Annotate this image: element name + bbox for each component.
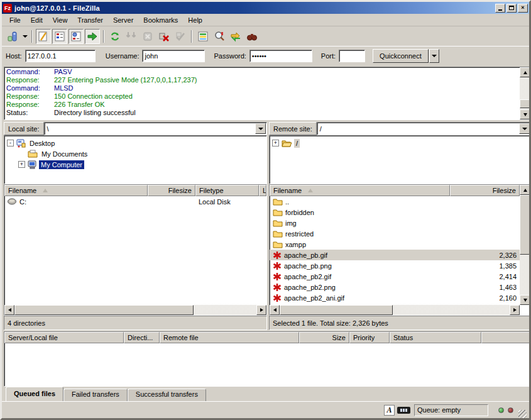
remote-file-row[interactable]: .. <box>270 196 520 207</box>
remote-file-row[interactable]: xampp <box>270 239 520 250</box>
toggle-local-tree-button[interactable] <box>52 29 67 44</box>
transfer-queue[interactable]: Server/Local file Directi... Remote file… <box>4 331 531 387</box>
column-header-filesize[interactable]: Filesize <box>148 185 195 196</box>
tree-item-my-computer[interactable]: + My Computer <box>7 159 266 170</box>
username-input[interactable] <box>142 50 205 62</box>
directory-comparison-button[interactable] <box>212 29 227 44</box>
column-header-status[interactable]: Status <box>390 332 481 343</box>
menu-file[interactable]: File <box>4 15 26 25</box>
scroll-up-icon[interactable] <box>520 185 530 195</box>
close-button[interactable]: × <box>518 4 528 13</box>
log-vertical-scrollbar[interactable] <box>520 67 530 119</box>
port-input[interactable] <box>339 50 365 62</box>
menu-bookmarks[interactable]: Bookmarks <box>138 15 183 25</box>
toggle-queue-button[interactable] <box>85 29 100 44</box>
column-header-server-local-file[interactable]: Server/Local file <box>4 332 124 343</box>
remote-file-row[interactable]: apache_pb.png 1,385 <box>270 260 520 271</box>
scrollbar-thumb[interactable] <box>280 305 393 315</box>
toggle-remote-tree-button[interactable] <box>68 29 84 44</box>
collapse-icon[interactable]: - <box>7 140 14 146</box>
resize-grip[interactable] <box>518 410 527 418</box>
remote-vertical-scrollbar[interactable] <box>520 185 530 305</box>
expand-icon[interactable]: + <box>272 140 279 146</box>
password-input[interactable] <box>249 50 312 62</box>
scroll-up-icon[interactable] <box>520 67 530 77</box>
toggle-message-log-button[interactable] <box>36 29 51 44</box>
refresh-button[interactable] <box>107 29 123 44</box>
remote-file-row[interactable]: apache_pb2.gif 2,414 <box>270 271 520 282</box>
scroll-down-icon[interactable] <box>520 109 530 119</box>
tab-successful-transfers[interactable]: Successful transfers <box>128 389 206 401</box>
column-header-lastmodified[interactable]: L <box>259 185 266 196</box>
reconnect-button[interactable] <box>173 29 188 44</box>
local-horizontal-scrollbar[interactable] <box>4 305 266 315</box>
column-header-priority[interactable]: Priority <box>349 332 390 343</box>
remote-file-row[interactable]: restricted <box>270 228 520 239</box>
tab-queued-files[interactable]: Queued files <box>6 387 63 401</box>
menu-server[interactable]: Server <box>108 15 138 25</box>
scroll-left-icon[interactable] <box>270 305 280 315</box>
menu-transfer[interactable]: Transfer <box>72 15 108 25</box>
column-header-filename[interactable]: Filename <box>4 185 148 196</box>
column-header-remote-file[interactable]: Remote file <box>160 332 299 343</box>
column-header-blank[interactable] <box>481 332 530 343</box>
remote-file-row-selected[interactable]: apache_pb.gif 2,326 <box>270 250 520 260</box>
cancel-operation-button[interactable] <box>140 29 155 44</box>
tab-failed-transfers[interactable]: Failed transfers <box>63 389 128 401</box>
local-site-combobox[interactable]: \ <box>44 122 267 135</box>
site-manager-dropdown[interactable] <box>21 29 29 44</box>
menu-help[interactable]: Help <box>183 15 207 25</box>
menu-edit[interactable]: Edit <box>26 15 48 25</box>
scroll-right-icon[interactable] <box>510 305 520 315</box>
column-header-filename[interactable]: Filename <box>270 185 450 196</box>
find-files-button[interactable] <box>244 29 260 44</box>
remote-file-row[interactable]: apache_pb2.png 1,463 <box>270 282 520 292</box>
scroll-down-icon[interactable] <box>520 295 530 305</box>
minimize-button[interactable] <box>495 4 505 13</box>
remote-file-row[interactable]: img <box>270 218 520 228</box>
indicator-badge-icon[interactable] <box>397 407 410 414</box>
remote-directory-tree[interactable]: + / <box>269 135 531 184</box>
image-file-icon <box>273 294 282 302</box>
send-activity-led-icon <box>508 407 513 413</box>
remote-site-combobox[interactable]: / <box>317 122 531 135</box>
filter-icon <box>197 31 209 42</box>
remote-horizontal-scrollbar[interactable] <box>270 305 520 315</box>
chevron-down-icon[interactable] <box>255 123 266 134</box>
column-header-size[interactable]: Size <box>299 332 349 343</box>
scroll-left-icon[interactable] <box>4 305 14 315</box>
process-queue-button[interactable] <box>124 29 139 44</box>
message-log[interactable]: Command:PASV Response:227 Entering Passi… <box>4 67 531 120</box>
filter-button[interactable] <box>195 29 211 44</box>
toggle-message-log-icon <box>38 31 49 42</box>
scrollbar-thumb[interactable] <box>520 195 530 255</box>
scrollbar-thumb[interactable] <box>520 99 530 108</box>
quickconnect-button[interactable]: Quickconnect <box>373 49 429 63</box>
menu-view[interactable]: View <box>48 15 73 25</box>
local-directory-tree[interactable]: - Desktop My Documents + <box>4 135 267 184</box>
remote-file-row[interactable]: apache_pb2_ani.gif 2,160 <box>270 292 520 303</box>
quickconnect-dropdown[interactable] <box>429 49 439 63</box>
remote-file-row[interactable]: forbidden <box>270 207 520 218</box>
tree-item-root[interactable]: + / <box>272 138 530 148</box>
disconnect-button[interactable] <box>156 29 172 44</box>
tree-item-desktop[interactable]: - Desktop <box>7 138 266 148</box>
synchronized-browsing-button[interactable] <box>228 29 243 44</box>
menubar: File Edit View Transfer Server Bookmarks… <box>2 14 529 26</box>
scrollbar-thumb[interactable] <box>14 305 194 315</box>
local-file-row[interactable]: C: Local Disk <box>4 196 266 207</box>
maximize-button[interactable] <box>506 4 517 13</box>
tree-item-my-documents[interactable]: My Documents <box>7 148 266 159</box>
titlebar[interactable]: Fz john@127.0.0.1 - FileZilla × <box>2 2 529 14</box>
column-header-filetype[interactable]: Filetype <box>195 185 259 196</box>
chevron-down-icon[interactable] <box>519 123 530 134</box>
column-header-direction[interactable]: Directi... <box>124 332 160 343</box>
log-line: Command:MLSD <box>6 84 530 92</box>
site-manager-button[interactable] <box>5 29 20 44</box>
quickconnect-bar: Host: Username: Password: Port: Quickcon… <box>2 46 529 65</box>
scroll-right-icon[interactable] <box>256 305 266 315</box>
column-header-filesize[interactable]: Filesize <box>450 185 520 196</box>
expand-icon[interactable]: + <box>18 161 25 168</box>
transfer-datatype-icon[interactable]: A <box>384 405 395 416</box>
host-input[interactable] <box>25 50 96 62</box>
